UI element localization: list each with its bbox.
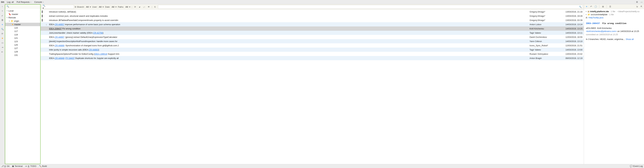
commit-date: 14/03/2019, 13:24: [558, 23, 582, 26]
history-icon[interactable]: 🕓: [594, 5, 597, 8]
tool-window-tabs: Git: Log: all Pull Requests× Console× ⚙ …: [0, 0, 644, 4]
commit-row[interactable]: introduce nullize(s, defValue)Gregory.Sh…: [40, 10, 584, 14]
open-new-tab-icon[interactable]: ⎘: [154, 5, 157, 8]
minimize-icon[interactable]: —: [640, 1, 643, 4]
issue-link[interactable]: CR-44893: [89, 48, 98, 51]
log-search-input[interactable]: [46, 6, 74, 8]
sort-icon[interactable]: ↓↑: [142, 5, 146, 8]
tool-window-todo[interactable]: ≔ 6: TODO: [25, 165, 36, 167]
tool-window-terminal[interactable]: ▣ Terminal: [12, 165, 22, 167]
commit-row[interactable]: JoinLinesHandler: check marker validity …: [40, 31, 584, 35]
branch-origin-master[interactable]: ★ master: [5, 23, 40, 26]
branch-remote-origin[interactable]: ▾ 📁 origin: [5, 19, 40, 23]
commit-date: 13/03/2019, 21:16: [558, 10, 582, 13]
cherry-pick-icon[interactable]: ⸙: [138, 5, 141, 8]
branch-local-master[interactable]: 🔖 master: [5, 12, 40, 16]
commit-hash: a93c9893: [586, 27, 596, 30]
commit-detail: IDEA-208437 Fix wrong condition a93c9893…: [584, 20, 644, 42]
refresh-icon[interactable]: ⟳: [1, 32, 4, 35]
event-log[interactable]: 💬 Event Log: [630, 165, 643, 167]
branch-item[interactable]: 125: [5, 43, 40, 46]
commit-row[interactable]: IDEA-CR-44949: PY-34437 Duplicate shortc…: [40, 56, 584, 60]
module-row[interactable]: ▾ ▦ intellij.platform.ide 1 file ~/IdeaP…: [585, 10, 643, 13]
chevron-down-icon: ▾: [6, 17, 8, 18]
expand-icon[interactable]: ⇲: [635, 5, 638, 8]
collapse-bottom-icon[interactable]: ⇤: [1, 50, 4, 53]
branch-group-remote[interactable]: ▾ Remote: [5, 16, 40, 19]
branch-item[interactable]: 119: [5, 33, 40, 36]
ai-icon[interactable]: ✦: [585, 5, 588, 8]
branch-item[interactable]: 131: [5, 54, 40, 57]
issue-link[interactable]: CR-42756: [93, 32, 103, 34]
eye-icon[interactable]: 👁: [147, 5, 150, 8]
flatten-icon[interactable]: ☰: [608, 5, 612, 8]
branch-item[interactable]: 129: [5, 50, 40, 54]
commit-row[interactable]: IDEA-208437 Fix wrong conditionKirill Ki…: [40, 26, 584, 31]
commit-author: Tagir Valeev: [530, 32, 557, 34]
log-search[interactable]: 🔍▾ ⚙: [42, 5, 74, 9]
collapse-icon[interactable]: ⇱: [640, 5, 643, 8]
file-row[interactable]: ☕ HelpTooltip.java: [585, 16, 643, 19]
commit-row[interactable]: ↓IDEA-CR-44957 improve performance of so…: [40, 22, 584, 26]
issue-link[interactable]: PY-34437: [66, 57, 75, 60]
branch-item[interactable]: 117: [5, 30, 40, 33]
commit-row[interactable]: TrailingSpacesOptionsProvider for Editor…: [40, 52, 584, 56]
filter-date[interactable]: Date: All ▾: [105, 6, 116, 8]
branch-item[interactable]: 127: [5, 46, 40, 50]
commit-subject: Fix wrong condition: [602, 22, 626, 24]
changed-files-tree: ▾ ▦ intellij.platform.ide 1 file ~/IdeaP…: [584, 9, 644, 20]
tool-window-build[interactable]: 🔨Build: [39, 165, 47, 167]
pin-icon[interactable]: ↙: [1, 14, 4, 17]
commit-row[interactable]: introduce JBTabbedPane#tabComponentInset…: [40, 18, 584, 22]
commit-row[interactable]: [devkit] InspectionDescriptionNotFoundIn…: [40, 39, 584, 43]
branch-search[interactable]: 🔍: [5, 4, 40, 8]
commit-row[interactable]: IDEA-CR-44897: [groovy] extract DefaultU…: [40, 35, 584, 39]
ai-icon[interactable]: ✦: [1, 23, 4, 26]
package-row[interactable]: ▾ 📁 src/com/intellij/ide 1 file: [585, 13, 643, 16]
trash-icon[interactable]: 🗑: [1, 18, 4, 22]
search-icon[interactable]: 🔍: [1, 28, 4, 30]
issue-link[interactable]: CR-44889: [55, 44, 64, 47]
commit-date: 12/03/2019, 16:55: [558, 36, 582, 38]
collapse-top-icon[interactable]: ⇥: [1, 46, 4, 49]
issue-link[interactable]: IDEA-199518: [95, 53, 107, 55]
commit-row[interactable]: Infer purity in simple recursive calls (…: [40, 48, 584, 52]
commit-list[interactable]: introduce nullize(s, defValue)Gregory.Sh…: [40, 10, 584, 164]
issue-link[interactable]: CR-44949: [55, 57, 64, 60]
branch-item[interactable]: 121: [5, 36, 40, 40]
branch-search-input[interactable]: [10, 5, 39, 8]
filter-branch[interactable]: Branch: All ▾: [77, 6, 91, 8]
close-icon[interactable]: ×: [43, 1, 44, 3]
undo-icon[interactable]: ↶: [590, 5, 593, 8]
bookmark-icon: 🔖: [8, 13, 11, 16]
commit-author: Anton Lobov: [530, 23, 557, 26]
gear-icon[interactable]: ⚙: [636, 1, 638, 4]
issue-link[interactable]: CR-44897: [55, 36, 64, 38]
close-icon[interactable]: ×: [30, 1, 31, 3]
screen-icon[interactable]: ▭: [1, 41, 4, 44]
tab-console[interactable]: Console×: [34, 0, 44, 4]
filter-user[interactable]: User: All ▾: [92, 6, 104, 8]
detail-toolbar: ✦ ↶ 🕓 ⊞ ☰ ⇲ ⇱: [584, 4, 644, 9]
log-quick-search[interactable]: 🔍: [158, 5, 583, 9]
tool-window-git[interactable]: ⎇ 9: Git: [1, 165, 10, 167]
branch-item[interactable]: 115: [5, 26, 40, 30]
issue-link[interactable]: IDEA-208437: [586, 22, 600, 24]
star-icon[interactable]: ★: [1, 37, 4, 40]
branch-group-local[interactable]: ▾ Local: [5, 9, 40, 12]
commit-author-email[interactable]: <kirill.kirichenko@jetbrains.com>: [586, 30, 617, 32]
plus-icon[interactable]: ＋: [1, 10, 4, 12]
back-icon[interactable]: ‹: [1, 5, 4, 8]
branch-item[interactable]: 123: [5, 40, 40, 43]
group-icon[interactable]: ⊞: [601, 5, 604, 8]
issue-link[interactable]: CR-44957: [55, 23, 64, 26]
commit-row[interactable]: extract common json, structural search a…: [40, 14, 584, 18]
refresh-icon[interactable]: ⟳: [134, 5, 137, 8]
commit-date: 14/03/2019, 13:10: [558, 40, 582, 42]
tab-pull-requests[interactable]: Pull Requests×: [16, 0, 32, 4]
file-link[interactable]: HelpTooltip.java: [588, 16, 604, 19]
show-all-link[interactable]: Show all: [626, 38, 634, 40]
tab-log-all[interactable]: Log: all: [6, 0, 14, 4]
commit-row[interactable]: IDEA-CR-44889: Synchronization of change…: [40, 43, 584, 48]
filter-paths[interactable]: Paths: All ▾: [118, 6, 130, 8]
